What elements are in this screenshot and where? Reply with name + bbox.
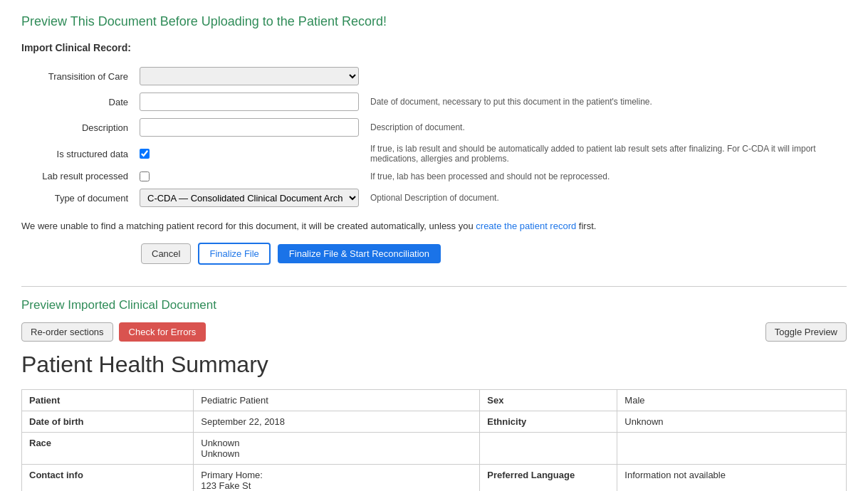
type-of-document-row: Type of document C-CDA — Consolidated Cl… bbox=[21, 185, 847, 211]
transition-of-care-row: Transisition of Care bbox=[21, 63, 847, 89]
patient-health-table: Patient Pediatric Patient Sex Male Date … bbox=[21, 389, 847, 491]
button-row: Cancel Finalize File Finalize File & Sta… bbox=[141, 243, 847, 265]
race-value1: Unknown bbox=[201, 438, 239, 448]
is-structured-label: Is structured data bbox=[21, 140, 135, 167]
contact-value1: Primary Home: bbox=[201, 470, 263, 480]
race-label: Race bbox=[22, 433, 194, 465]
description-label: Description bbox=[21, 115, 135, 140]
description-input-cell bbox=[135, 115, 363, 140]
type-select[interactable]: C-CDA — Consolidated Clinical Document A… bbox=[140, 189, 359, 207]
contact-value: Primary Home: 123 Fake St Baltimore, MD … bbox=[194, 465, 480, 492]
dob-label: Date of birth bbox=[22, 411, 194, 433]
ethnicity-value: Unknown bbox=[617, 411, 847, 433]
dob-value: September 22, 2018 bbox=[194, 411, 480, 433]
section-divider bbox=[21, 286, 847, 287]
sex-label: Sex bbox=[480, 390, 617, 411]
preview-toolbar: Re-order sections Check for Errors Toggl… bbox=[21, 322, 847, 342]
contact-row: Contact info Primary Home: 123 Fake St B… bbox=[22, 465, 847, 492]
pref-lang-label: Preferred Language bbox=[480, 465, 617, 492]
ethnicity-label: Ethnicity bbox=[480, 411, 617, 433]
toggle-preview-button[interactable]: Toggle Preview bbox=[765, 322, 847, 342]
info-text-post: first. bbox=[576, 221, 596, 231]
is-structured-row: Is structured data If true, is lab resul… bbox=[21, 140, 847, 167]
race-value2: Unknown bbox=[201, 448, 239, 459]
date-label: Date bbox=[21, 89, 135, 115]
reorder-sections-button[interactable]: Re-order sections bbox=[21, 322, 113, 342]
create-patient-link[interactable]: create the patient record bbox=[476, 221, 576, 231]
finalize-reconcile-button[interactable]: Finalize File & Start Reconciliation bbox=[278, 244, 441, 263]
lab-result-label: Lab result processed bbox=[21, 167, 135, 185]
race-value: Unknown Unknown bbox=[194, 433, 480, 465]
description-hint: Description of document. bbox=[363, 115, 847, 140]
type-label: Type of document bbox=[21, 185, 135, 211]
finalize-button[interactable]: Finalize File bbox=[198, 243, 270, 265]
date-input-cell bbox=[135, 89, 363, 115]
date-input[interactable] bbox=[140, 93, 359, 111]
description-row: Description Description of document. bbox=[21, 115, 847, 140]
check-errors-button[interactable]: Check for Errors bbox=[119, 322, 206, 342]
lab-result-hint: If true, lab has been processed and shou… bbox=[363, 167, 847, 185]
contact-label: Contact info bbox=[22, 465, 194, 492]
cancel-button[interactable]: Cancel bbox=[141, 243, 191, 264]
page-container: Preview This Document Before Uploading t… bbox=[0, 0, 868, 491]
preview-toolbar-left: Re-order sections Check for Errors bbox=[21, 322, 206, 342]
race-row: Race Unknown Unknown bbox=[22, 433, 847, 465]
info-text-pre: We were unable to find a matching patien… bbox=[21, 221, 476, 231]
lab-result-input-cell bbox=[135, 167, 363, 185]
info-text: We were unable to find a matching patien… bbox=[21, 221, 847, 231]
patient-value: Pediatric Patient bbox=[194, 390, 480, 411]
transition-select[interactable] bbox=[140, 67, 359, 85]
import-form-table: Transisition of Care Date Date of docume… bbox=[21, 63, 847, 211]
lab-result-row: Lab result processed If true, lab has be… bbox=[21, 167, 847, 185]
pref-lang-value: Information not available bbox=[617, 465, 847, 492]
import-section-title: Import Clinical Record: bbox=[21, 42, 847, 53]
transition-label: Transisition of Care bbox=[21, 63, 135, 89]
type-input-cell: C-CDA — Consolidated Clinical Document A… bbox=[135, 185, 363, 211]
date-hint: Date of document, necessary to put this … bbox=[363, 89, 847, 115]
patient-label: Patient bbox=[22, 390, 194, 411]
page-title: Preview This Document Before Uploading t… bbox=[21, 14, 847, 29]
preview-section-title: Preview Imported Clinical Document bbox=[21, 298, 847, 312]
contact-value2: 123 Fake St bbox=[201, 480, 251, 491]
dob-row: Date of birth September 22, 2018 Ethnici… bbox=[22, 411, 847, 433]
description-input[interactable] bbox=[140, 118, 359, 137]
lab-result-checkbox[interactable] bbox=[140, 171, 150, 181]
date-row: Date Date of document, necessary to put … bbox=[21, 89, 847, 115]
transition-input-cell bbox=[135, 63, 363, 89]
patient-row: Patient Pediatric Patient Sex Male bbox=[22, 390, 847, 411]
type-hint: Optional Description of document. bbox=[363, 185, 847, 211]
document-title: Patient Health Summary bbox=[21, 352, 847, 378]
is-structured-checkbox[interactable] bbox=[140, 149, 150, 159]
is-structured-input-cell bbox=[135, 140, 363, 167]
sex-value: Male bbox=[617, 390, 847, 411]
is-structured-hint: If true, is lab result and should be aut… bbox=[363, 140, 847, 167]
